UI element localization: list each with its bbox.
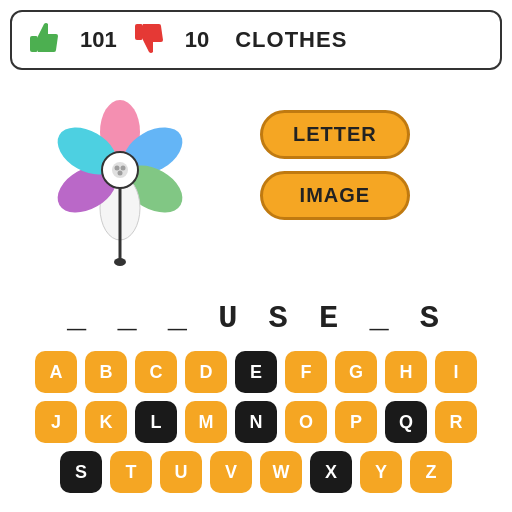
- flower-image: [20, 90, 220, 280]
- key-v[interactable]: V: [210, 451, 252, 493]
- keyboard-row-3: STUVWXYZ: [60, 451, 452, 493]
- key-x[interactable]: X: [310, 451, 352, 493]
- keyboard: ABCDEFGHI JKLMNOPQR STUVWXYZ: [0, 351, 512, 493]
- key-e[interactable]: E: [235, 351, 277, 393]
- key-s[interactable]: S: [60, 451, 102, 493]
- svg-point-11: [121, 166, 126, 171]
- key-k[interactable]: K: [85, 401, 127, 443]
- key-p[interactable]: P: [335, 401, 377, 443]
- key-z[interactable]: Z: [410, 451, 452, 493]
- dislike-count: 10: [185, 27, 209, 53]
- key-m[interactable]: M: [185, 401, 227, 443]
- key-j[interactable]: J: [35, 401, 77, 443]
- svg-point-12: [118, 171, 123, 176]
- letter-button[interactable]: LETTER: [260, 110, 410, 159]
- key-b[interactable]: B: [85, 351, 127, 393]
- key-q[interactable]: Q: [385, 401, 427, 443]
- key-y[interactable]: Y: [360, 451, 402, 493]
- key-i[interactable]: I: [435, 351, 477, 393]
- image-button[interactable]: IMAGE: [260, 171, 410, 220]
- key-g[interactable]: G: [335, 351, 377, 393]
- svg-point-9: [112, 162, 128, 178]
- key-n[interactable]: N: [235, 401, 277, 443]
- key-d[interactable]: D: [185, 351, 227, 393]
- category-label: CLOTHES: [235, 27, 347, 53]
- key-h[interactable]: H: [385, 351, 427, 393]
- key-t[interactable]: T: [110, 451, 152, 493]
- thumbs-up-icon: [28, 20, 64, 60]
- key-o[interactable]: O: [285, 401, 327, 443]
- key-u[interactable]: U: [160, 451, 202, 493]
- svg-point-10: [115, 166, 120, 171]
- header-bar: 101 10 CLOTHES: [10, 10, 502, 70]
- word-display: _ _ _ U S E _ S: [0, 300, 512, 337]
- action-buttons: LETTER IMAGE: [260, 110, 410, 220]
- key-f[interactable]: F: [285, 351, 327, 393]
- main-area: LETTER IMAGE: [0, 80, 512, 290]
- keyboard-row-2: JKLMNOPQR: [35, 401, 477, 443]
- key-r[interactable]: R: [435, 401, 477, 443]
- like-count: 101: [80, 27, 117, 53]
- svg-rect-0: [30, 36, 38, 52]
- keyboard-row-1: ABCDEFGHI: [35, 351, 477, 393]
- key-w[interactable]: W: [260, 451, 302, 493]
- key-c[interactable]: C: [135, 351, 177, 393]
- key-l[interactable]: L: [135, 401, 177, 443]
- thumbs-down-icon: [133, 20, 169, 60]
- svg-rect-1: [135, 24, 143, 40]
- svg-point-14: [114, 258, 126, 266]
- key-a[interactable]: A: [35, 351, 77, 393]
